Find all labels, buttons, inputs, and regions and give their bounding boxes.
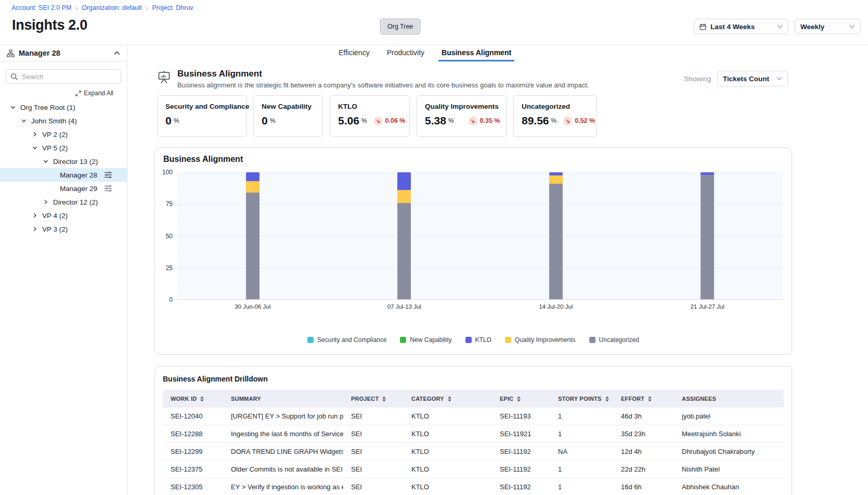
expand-all-button[interactable]: Expand All	[75, 90, 113, 97]
cell-project: SEI	[343, 430, 404, 438]
drilldown-table-header: WORK ID SUMMARY PROJECT CATEGORY	[163, 390, 784, 408]
cell-work-id: SEI-12040	[163, 412, 223, 420]
column-label: CATEGORY	[411, 396, 444, 402]
cell-project: SEI	[343, 465, 404, 473]
tree-item-manager-29[interactable]: Manager 29	[0, 182, 127, 195]
stacked-bar-week-3[interactable]	[549, 172, 563, 299]
sort-icon	[200, 396, 204, 402]
cell-summary: Ingesting the last 6 months of ServiceN.…	[223, 430, 343, 438]
presentation-chart-icon	[157, 70, 171, 89]
breadcrumb-organization-link[interactable]: Organization: default	[82, 4, 141, 11]
x-tick-label: 14 Jul-20 Jul	[539, 303, 573, 310]
tree-item-label: Director 13 (2)	[53, 158, 98, 166]
cell-epic: SEI-11192	[492, 448, 550, 455]
search-icon	[10, 73, 18, 81]
bar-segment	[701, 175, 714, 299]
top-header: Account: SEI 2.0 PM › Organization: defa…	[0, 0, 868, 45]
expand-all-icon	[75, 91, 81, 96]
tree-item-label: VP 5 (2)	[42, 144, 68, 152]
column-header-story-points[interactable]: STORY POINTS	[550, 396, 613, 402]
stacked-bar-week-1[interactable]	[246, 172, 260, 299]
column-header-assignees[interactable]: ASSIGNEES	[674, 396, 784, 402]
cell-work-id: SEI-12288	[163, 430, 223, 438]
stat-card-title: Uncategorized	[522, 103, 588, 110]
cell-effort: 16d 6h	[613, 483, 674, 491]
legend-item-security-and-compliance[interactable]: Security and Compliance	[307, 336, 386, 344]
tree-item-label: Org Tree Root (1)	[20, 104, 75, 111]
y-tick-label: 100	[162, 169, 173, 176]
column-label: PROJECT	[351, 396, 379, 402]
stat-card-security-and-compliance: Security and Compliance 0 %	[157, 95, 247, 137]
tab-productivity[interactable]: Productivity	[384, 45, 427, 61]
cell-category: KTLO	[404, 483, 492, 491]
org-tree-button[interactable]: Org Tree	[380, 19, 420, 34]
column-header-effort[interactable]: EFFORT	[613, 396, 674, 402]
filter-sliders-icon[interactable]	[104, 185, 112, 192]
tree-item-john-smith[interactable]: John Smith (4)	[0, 114, 127, 128]
showing-group: Showing Tickets Count	[684, 71, 788, 86]
stat-card-unit: %	[448, 117, 454, 124]
tree-item-vp-3[interactable]: VP 3 (2)	[0, 222, 127, 236]
cell-project: SEI	[343, 483, 404, 491]
tree-item-label: VP 3 (2)	[42, 225, 68, 233]
sort-icon	[516, 396, 521, 402]
calendar-icon	[699, 23, 706, 30]
search-input[interactable]	[22, 73, 116, 81]
stat-cards: Security and Compliance 0 % New Capabili…	[154, 95, 792, 137]
stat-card-title: KTLO	[338, 103, 401, 110]
breadcrumb: Account: SEI 2.0 PM › Organization: defa…	[11, 4, 193, 11]
stacked-bar-week-4[interactable]	[701, 172, 714, 299]
tree-item-label: Director 12 (2)	[53, 198, 98, 206]
column-header-summary[interactable]: SUMMARY	[223, 396, 343, 402]
tree-item-vp-2[interactable]: VP 2 (2)	[0, 128, 127, 141]
bar-segment	[246, 193, 260, 299]
tree-item-org-tree-root[interactable]: Org Tree Root (1)	[0, 100, 127, 114]
date-range-select[interactable]: Last 4 Weeks	[694, 19, 788, 34]
bar-segment	[549, 175, 563, 184]
legend-swatch	[400, 337, 406, 343]
breadcrumb-project-link[interactable]: Project: Dhruv	[152, 4, 193, 11]
sort-icon	[647, 396, 652, 402]
stacked-bar-week-2[interactable]	[397, 172, 411, 299]
legend-item-new-capability[interactable]: New Capability	[400, 336, 451, 344]
cell-effort: 22d 22h	[613, 465, 674, 473]
showing-select[interactable]: Tickets Count	[717, 71, 788, 86]
bar-segment	[397, 172, 411, 190]
tab-business-alignment[interactable]: Business Alignment	[438, 45, 514, 61]
column-header-work-id[interactable]: WORK ID	[163, 396, 223, 402]
x-tick-label: 07 Jul-13 Jul	[387, 303, 421, 310]
tab-efficiency[interactable]: Efficiency	[335, 45, 373, 61]
tree-item-director-12[interactable]: Director 12 (2)	[0, 195, 127, 209]
filter-sliders-icon[interactable]	[104, 171, 112, 179]
column-header-category[interactable]: CATEGORY	[404, 396, 492, 402]
x-axis: 30 Jun-06 Jul 07 Jul-13 Jul 14 Jul-20 Ju…	[177, 303, 783, 311]
column-header-project[interactable]: PROJECT	[343, 396, 404, 402]
cell-assignees: Abhishek Chauhan	[674, 483, 784, 491]
tree-item-manager-28[interactable]: Manager 28	[0, 168, 127, 182]
legend-item-ktlo[interactable]: KTLO	[465, 336, 491, 344]
bar-segment	[246, 181, 260, 193]
breadcrumb-account-link[interactable]: Account: SEI 2.0 PM	[11, 4, 71, 11]
stat-card-quality-improvements: Quality Improvements 5.38 % ↘ 0.35 %	[417, 95, 507, 137]
section-description: Business alignment is the strategic fit …	[177, 81, 589, 89]
table-row: SEI-12288 Ingesting the last 6 months of…	[163, 425, 784, 443]
tree-item-vp-5[interactable]: VP 5 (2)	[0, 141, 127, 155]
cell-work-id: SEI-12299	[163, 448, 223, 455]
cell-assignees: jyoti.patel	[674, 412, 784, 420]
trend-down-icon: ↘	[563, 117, 572, 125]
cell-epic: SEI-11921	[492, 430, 550, 438]
stat-card-title: New Capability	[262, 103, 315, 110]
column-header-epic[interactable]: EPIC	[492, 396, 550, 402]
cell-epic: SEI-11193	[492, 412, 550, 420]
granularity-select[interactable]: Weekly	[795, 19, 861, 34]
legend-item-quality-improvements[interactable]: Quality Improvements	[505, 336, 576, 344]
collapse-sidebar-chevron-up-icon[interactable]	[114, 51, 120, 55]
tree-item-vp-4[interactable]: VP 4 (2)	[0, 209, 127, 222]
search-box	[6, 69, 121, 84]
stat-card-delta: ↘ 0.52 %	[563, 117, 595, 125]
legend-label: Quality Improvements	[515, 336, 576, 344]
tree-item-director-13[interactable]: Director 13 (2)	[0, 155, 127, 168]
legend-item-uncategorized[interactable]: Uncategorized	[589, 336, 639, 344]
legend-swatch	[505, 337, 511, 343]
table-row: SEI-12299 DORA TREND LINE GRAPH Widgets …	[163, 443, 784, 461]
